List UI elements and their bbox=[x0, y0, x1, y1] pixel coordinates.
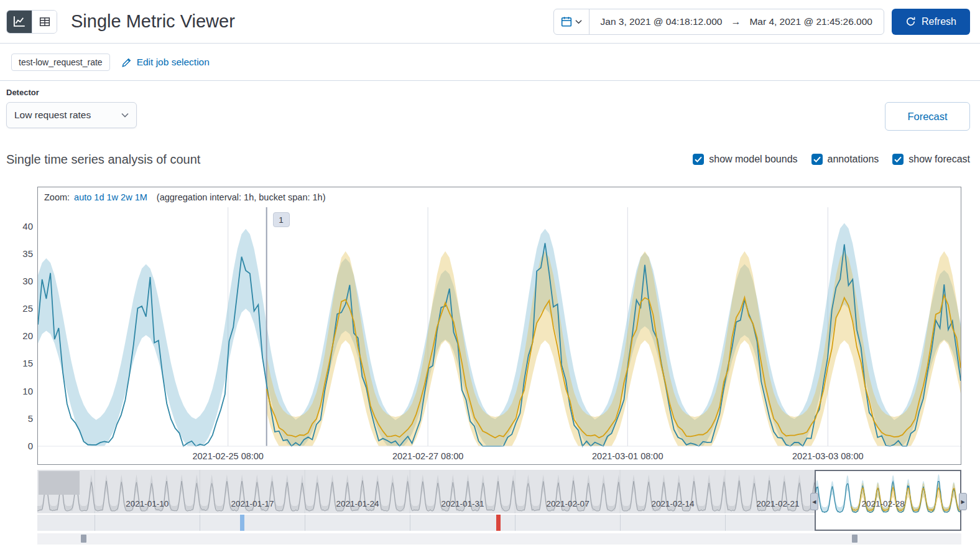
detector-select[interactable]: Low request rates bbox=[6, 102, 137, 128]
y-tick-label: 20 bbox=[7, 330, 33, 341]
context-tick-label: 2021-01-24 bbox=[336, 499, 379, 508]
chart-option-checkboxes: show model boundsannotationsshow forecas… bbox=[693, 154, 970, 165]
annotation-tick[interactable] bbox=[81, 535, 86, 543]
start-date[interactable]: Jan 3, 2021 @ 04:18:12.000 bbox=[601, 16, 723, 27]
checkbox-show-forecast[interactable]: show forecast bbox=[892, 154, 970, 165]
job-selection-bar: test-low_request_rate Edit job selection bbox=[0, 44, 980, 81]
checkbox-icon[interactable] bbox=[811, 154, 823, 165]
date-range-display: Jan 3, 2021 @ 04:18:12.000 → Mar 4, 2021… bbox=[589, 9, 884, 34]
detector-selected-value: Low request rates bbox=[14, 110, 91, 121]
right-arrow-icon: ▶ bbox=[961, 499, 964, 505]
x-tick-label: 2021-02-27 08:00 bbox=[392, 451, 464, 461]
single-metric-viewer-app: Single Metric Viewer Jan 3, 2021 @ 04:18… bbox=[0, 0, 980, 547]
line-chart-icon bbox=[13, 16, 25, 28]
date-range-arrow-icon: → bbox=[731, 16, 741, 27]
zoom-option-1M[interactable]: 1M bbox=[135, 192, 147, 202]
checkbox-label: show forecast bbox=[908, 154, 970, 165]
edit-job-selection-link[interactable]: Edit job selection bbox=[121, 57, 210, 68]
checkbox-label: show model bounds bbox=[709, 154, 797, 165]
y-tick-label: 5 bbox=[7, 413, 33, 424]
time-series-plot[interactable] bbox=[38, 207, 961, 450]
checkbox-icon[interactable] bbox=[693, 154, 704, 165]
y-tick-label: 10 bbox=[7, 386, 33, 396]
calendar-dropdown-button[interactable] bbox=[554, 9, 589, 34]
view-toggle-group bbox=[6, 10, 57, 34]
anomaly-marker-critical[interactable] bbox=[496, 515, 501, 531]
header-right: Jan 3, 2021 @ 04:18:12.000 → Mar 4, 2021… bbox=[553, 9, 970, 35]
context-mask-block bbox=[39, 471, 80, 495]
chevron-down-icon bbox=[575, 19, 582, 24]
zoom-option-2w[interactable]: 2w bbox=[121, 192, 132, 202]
annotation-tick[interactable] bbox=[852, 535, 858, 543]
y-tick-label: 35 bbox=[7, 248, 33, 259]
refresh-icon bbox=[905, 16, 916, 27]
context-tick-label: 2021-02-07 bbox=[547, 499, 589, 508]
brush-left-handle[interactable]: ◀ bbox=[810, 493, 818, 510]
section-heading: Single time series analysis of count bbox=[6, 152, 200, 167]
date-range-picker[interactable]: Jan 3, 2021 @ 04:18:12.000 → Mar 4, 2021… bbox=[553, 9, 884, 35]
page-title: Single Metric Viewer bbox=[71, 11, 235, 32]
y-tick-label: 25 bbox=[7, 303, 33, 314]
aggregation-info: (aggregation interval: 1h, bucket span: … bbox=[157, 192, 326, 202]
checkbox-annotations[interactable]: annotations bbox=[811, 154, 879, 165]
checkbox-label: annotations bbox=[828, 154, 879, 165]
refresh-button[interactable]: Refresh bbox=[892, 9, 970, 35]
y-tick-label: 0 bbox=[7, 441, 33, 451]
context-navigator: 2021-01-102021-01-172021-01-242021-01-31… bbox=[37, 470, 961, 532]
context-tick-label: 2021-02-28 bbox=[862, 499, 905, 508]
y-tick-label: 15 bbox=[7, 358, 33, 368]
end-date[interactable]: Mar 4, 2021 @ 21:45:26.000 bbox=[749, 16, 872, 27]
zoom-label: Zoom: bbox=[44, 192, 70, 202]
table-icon bbox=[39, 16, 50, 27]
checkbox-show-model-bounds[interactable]: show model bounds bbox=[693, 154, 797, 165]
context-tick-label: 2021-02-21 bbox=[756, 499, 799, 508]
context-tick-label: 2021-01-17 bbox=[231, 499, 274, 508]
annotations-timeline[interactable] bbox=[37, 533, 961, 545]
job-badge: test-low_request_rate bbox=[11, 54, 110, 71]
brush-right-handle[interactable]: ▶ bbox=[959, 493, 967, 510]
pencil-icon bbox=[121, 57, 132, 68]
x-tick-label: 2021-02-25 08:00 bbox=[192, 451, 264, 461]
y-tick-label: 40 bbox=[7, 221, 33, 231]
focus-chart[interactable]: Zoom: auto 1d 1w 2w 1M (aggregation inte… bbox=[37, 187, 961, 465]
y-tick-label: 30 bbox=[7, 276, 33, 286]
detector-label: Detector bbox=[6, 88, 39, 97]
zoom-controls: Zoom: auto 1d 1w 2w 1M (aggregation inte… bbox=[44, 192, 326, 202]
x-tick-label: 2021-03-03 08:00 bbox=[792, 451, 864, 461]
calendar-icon bbox=[561, 16, 572, 27]
zoom-links: auto 1d 1w 2w 1M bbox=[74, 192, 147, 202]
context-tick-label: 2021-02-14 bbox=[652, 499, 695, 508]
x-tick-label: 2021-03-01 08:00 bbox=[592, 451, 663, 461]
forecast-button[interactable]: Forecast bbox=[885, 102, 970, 131]
context-tick-label: 2021-01-31 bbox=[441, 499, 484, 508]
anomaly-marker-low[interactable] bbox=[240, 515, 244, 531]
analysis-header-row: Single time series analysis of count sho… bbox=[6, 147, 970, 172]
refresh-label: Refresh bbox=[922, 16, 956, 27]
zoom-option-auto[interactable]: auto bbox=[74, 192, 91, 202]
table-view-button[interactable] bbox=[32, 11, 57, 33]
edit-job-selection-label: Edit job selection bbox=[137, 57, 210, 68]
zoom-option-1d[interactable]: 1d bbox=[94, 192, 104, 202]
left-arrow-icon: ◀ bbox=[812, 499, 816, 505]
app-header: Single Metric Viewer Jan 3, 2021 @ 04:18… bbox=[0, 0, 980, 44]
detector-row: Detector Low request rates Forecast bbox=[0, 82, 980, 147]
chevron-down-icon bbox=[121, 113, 129, 118]
context-tick-label: 2021-01-10 bbox=[126, 499, 169, 508]
chart-view-button[interactable] bbox=[7, 11, 32, 33]
zoom-option-1w[interactable]: 1w bbox=[107, 192, 119, 202]
checkbox-icon[interactable] bbox=[892, 154, 904, 165]
annotation-marker-badge[interactable]: 1 bbox=[273, 212, 290, 227]
